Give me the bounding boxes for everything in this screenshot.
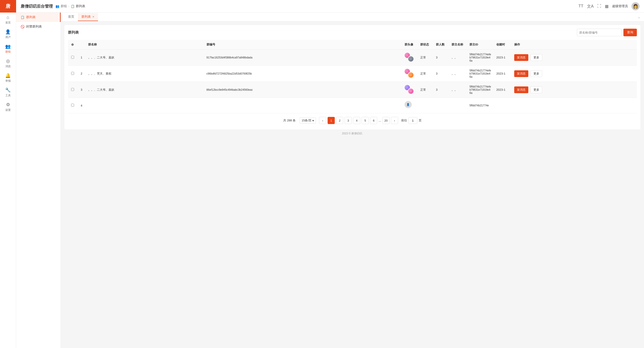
row-index: 4 [77, 98, 86, 113]
tab-close-icon[interactable]: ✕ [92, 15, 94, 18]
nav-icon-banned-list: 🚫 [20, 25, 24, 29]
sidebar-item-message[interactable]: ◎ 消息 [0, 56, 16, 71]
search-input[interactable] [577, 29, 622, 36]
content-wrapper: 📋 群列表 🚫 封禁群列表 首页 群列表 ✕ ⌄ [16, 13, 644, 348]
main-card: 群列表 查询 ⚙ 群名称 群编号 [64, 25, 640, 129]
row-action [512, 98, 637, 113]
row-group-id: c96bdfd7272f4825ba22d53d0769f25b [204, 66, 400, 82]
row-checkbox[interactable] [68, 50, 77, 66]
row-name: 。。、二大爷、嘉妖 [86, 50, 204, 66]
table-row: 4 👤 5ffdd74b21774e [68, 98, 637, 113]
row-index: 2 [77, 66, 86, 82]
nav-label-group-list: 群列表 [26, 15, 36, 19]
nav-icon-group-list: 📋 [20, 16, 24, 19]
sidebar-item-tool[interactable]: 🔧 工具 [0, 85, 16, 100]
col-avatar: 群头像 [400, 40, 418, 50]
main-wrapper: 唐僧叨叨后台管理 👥 群组 › 📋 群列表 TT 文A ⛶ ▦ 超级管理员 👩 … [16, 0, 644, 348]
tab-home[interactable]: 首页 [64, 13, 78, 21]
row-owner-id: 5ffdd74b21774efeb79631e71919e46a [467, 50, 494, 66]
page-2-btn[interactable]: 2 [336, 117, 343, 124]
table-header-row: ⚙ 群名称 群编号 群头像 群状态 群人数 群主名称 群主ID 创建时 操作 [68, 40, 637, 50]
row-avatar: ♀ ♀ [400, 82, 418, 98]
col-index [77, 40, 86, 50]
more-button[interactable]: 更多 [530, 54, 542, 61]
sidebar-item-setting[interactable]: ⚙ 设置 [0, 100, 16, 114]
footer-text: 2023 © 唐僧叨叨. [342, 132, 363, 135]
row-status [418, 98, 434, 113]
nav-item-group-list[interactable]: 📋 群列表 [16, 13, 61, 22]
page-prev-btn[interactable]: ‹ [319, 117, 326, 124]
row-created [494, 98, 512, 113]
tab-expand-icon[interactable]: ⌄ [638, 15, 640, 19]
sidebar-label-setting: 设置 [5, 108, 11, 112]
tab-home-label: 首页 [68, 15, 74, 19]
page-next-btn[interactable]: › [391, 117, 398, 124]
send-message-button[interactable]: 发消息 [514, 54, 528, 61]
row-checkbox[interactable] [68, 98, 77, 113]
header: 唐僧叨叨后台管理 👥 群组 › 📋 群列表 TT 文A ⛶ ▦ 超级管理员 👩 [16, 0, 644, 13]
sidebar-label-message: 消息 [5, 65, 11, 68]
jump-input[interactable] [408, 117, 417, 124]
layout-icon[interactable]: ▦ [605, 4, 609, 9]
row-owner-id: 5ffdd74b21774efeb79631e71919e46a [467, 66, 494, 82]
breadcrumb-icon: 👥 [56, 5, 59, 8]
jump-pre-label: 前往 [401, 119, 407, 123]
row-owner-name: 。。 [449, 50, 467, 66]
row-group-id [204, 98, 400, 113]
fullscreen-icon[interactable]: ⛶ [597, 4, 601, 9]
row-name [86, 98, 204, 113]
home-icon: ⌂ [6, 15, 9, 20]
font-size-icon[interactable]: TT [578, 4, 583, 9]
row-index: 1 [77, 50, 86, 66]
table-row: 3 。。、二大爷、嘉妖 86ef12bcc9e945c494babc3b2456… [68, 82, 637, 98]
sidebar-item-home[interactable]: ⌂ 首页 [0, 13, 16, 27]
col-owner-name: 群主名称 [449, 40, 467, 50]
sidebar-item-user[interactable]: 👤 用户 [0, 27, 16, 42]
per-page-select[interactable]: 15条/页 ▾ [300, 117, 316, 124]
send-message-button[interactable]: 发消息 [514, 70, 528, 77]
col-owner-id: 群主ID [467, 40, 494, 50]
row-count [434, 98, 449, 113]
row-owner-name [449, 98, 467, 113]
row-owner-name: 。。 [449, 66, 467, 82]
page-5-btn[interactable]: 5 [362, 117, 369, 124]
row-name: 。。、二大爷、嘉妖 [86, 82, 204, 98]
page-jump: 前往 页 [401, 117, 422, 124]
search-button[interactable]: 查询 [624, 29, 637, 36]
nav-item-banned-list[interactable]: 🚫 封禁群列表 [16, 22, 61, 31]
sidebar-label-report: 举报 [5, 79, 11, 83]
table-row: 1 。。、二大爷、嘉妖 917fac16253d4f388b4ca97a848b… [68, 50, 637, 66]
row-owner-name: 。。 [449, 82, 467, 98]
jump-post-label: 页 [419, 119, 422, 123]
sidebar-label-tool: 工具 [5, 94, 11, 97]
more-button[interactable]: 更多 [530, 70, 542, 77]
row-name: 。。、梵天、黄权 [86, 66, 204, 82]
sidebar-item-group[interactable]: 👥 群组 [0, 42, 16, 56]
translate-icon[interactable]: 文A [587, 4, 594, 9]
user-icon: 👤 [5, 29, 11, 35]
sidebar-item-report[interactable]: 🔔 举报 [0, 71, 16, 85]
col-setting[interactable]: ⚙ [68, 40, 77, 50]
group-table: ⚙ 群名称 群编号 群头像 群状态 群人数 群主名称 群主ID 创建时 操作 [68, 40, 637, 113]
sidebar-label-user: 用户 [5, 35, 11, 39]
page-ellipsis: ... [378, 119, 381, 122]
more-button[interactable]: 更多 [530, 87, 542, 93]
main-content: 首页 群列表 ✕ ⌄ 群列表 查询 [61, 13, 644, 348]
page-3-btn[interactable]: 3 [344, 117, 352, 124]
avatar: 👩 [632, 2, 640, 10]
page-6-btn[interactable]: 6 [370, 117, 377, 124]
footer: 2023 © 唐僧叨叨. [64, 129, 640, 138]
header-left: 唐僧叨叨后台管理 👥 群组 › 📋 群列表 [20, 4, 85, 9]
page-last-btn[interactable]: 20 [382, 117, 390, 124]
page-1-btn[interactable]: 1 [328, 117, 335, 124]
app-title: 唐僧叨叨后台管理 [20, 4, 53, 9]
row-checkbox[interactable] [68, 82, 77, 98]
nav-label-banned-list: 封禁群列表 [26, 25, 42, 29]
col-created: 创建时 [494, 40, 512, 50]
row-checkbox[interactable] [68, 66, 77, 82]
row-status: 正常 [418, 82, 434, 98]
send-message-button[interactable]: 发消息 [514, 87, 528, 93]
breadcrumb-current: 群列表 [76, 4, 85, 8]
tab-group-list[interactable]: 群列表 ✕ [78, 13, 98, 21]
page-4-btn[interactable]: 4 [353, 117, 360, 124]
